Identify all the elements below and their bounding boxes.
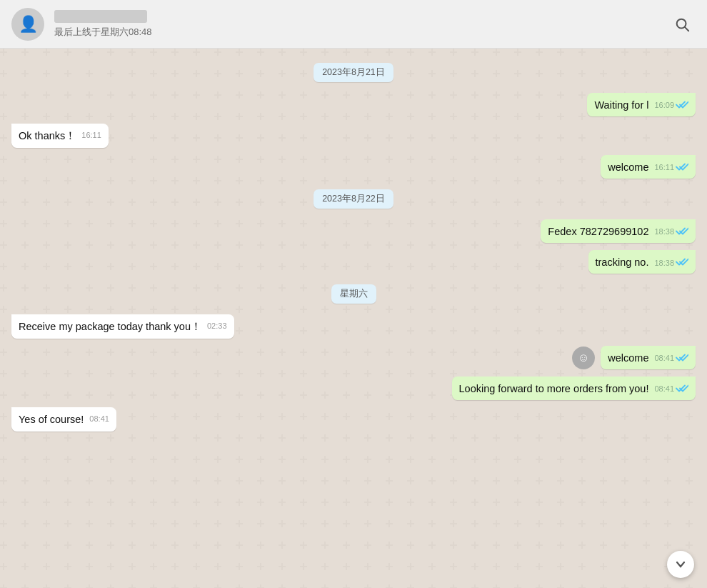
user-icon: 👤	[19, 15, 38, 34]
read-receipts	[676, 352, 688, 365]
message-time: 18:38	[654, 226, 674, 237]
read-receipts	[676, 383, 688, 396]
message-time: 08:41	[654, 353, 674, 364]
date-pill: 星期六	[331, 284, 376, 304]
message-text: Looking forward to more orders from you!	[459, 383, 649, 394]
message-row: Waiting for l16:09	[11, 93, 696, 116]
message-bubble: welcome16:11	[601, 155, 696, 179]
sender-avatar: ☺	[572, 347, 595, 369]
message-meta: 16:09	[654, 99, 688, 112]
message-time: 16:09	[654, 100, 674, 111]
message-time: 08:41	[89, 414, 109, 424]
message-bubble: welcome08:41	[601, 346, 696, 369]
contact-status: 最后上线于星期六08:48	[54, 26, 668, 39]
read-receipts	[676, 226, 688, 239]
message-time: 08:41	[654, 384, 674, 394]
message-row: Looking forward to more orders from you!…	[11, 377, 696, 400]
date-pill: 2023年8月22日	[314, 189, 393, 209]
message-text: Yes of course!	[19, 414, 84, 425]
message-text: Fedex 782729699102	[548, 226, 648, 237]
message-meta: 16:11	[81, 130, 101, 141]
message-bubble: Fedex 78272969910218:38	[541, 219, 696, 243]
message-bubble: Looking forward to more orders from you!…	[452, 377, 696, 400]
chat-area: 2023年8月21日Waiting for l16:09 Ok thanks！1…	[0, 49, 707, 588]
message-meta: 16:11	[654, 161, 688, 174]
read-receipts	[676, 99, 688, 112]
message-row: welcome16:11	[11, 155, 696, 179]
contact-info: 最后上线于星期六08:48	[54, 10, 668, 39]
message-meta: 18:38	[654, 256, 688, 269]
chat-header: 👤 最后上线于星期六08:48	[0, 0, 707, 49]
message-bubble: tracking no.18:38	[588, 250, 696, 274]
date-separator: 2023年8月21日	[11, 63, 696, 82]
message-row: Receive my package today thank you！02:33	[11, 314, 696, 338]
message-meta: 08:41	[654, 383, 688, 396]
message-text: Waiting for l	[594, 99, 648, 111]
message-row: ☺welcome08:41	[11, 346, 696, 369]
date-separator: 2023年8月22日	[11, 189, 696, 209]
message-meta: 08:41	[654, 352, 688, 365]
message-text: welcome	[608, 352, 648, 364]
message-time: 16:11	[654, 162, 674, 173]
read-receipts	[676, 161, 688, 174]
message-bubble: Ok thanks！16:11	[11, 124, 109, 147]
avatar[interactable]: 👤	[11, 8, 44, 41]
contact-name-blurred	[54, 10, 147, 23]
message-text: tracking no.	[596, 256, 649, 268]
message-bubble: Waiting for l16:09	[587, 93, 696, 116]
message-text: welcome	[608, 161, 648, 173]
message-time: 16:11	[81, 130, 101, 141]
message-row: Fedex 78272969910218:38	[11, 219, 696, 243]
date-pill: 2023年8月21日	[314, 63, 393, 82]
message-text: Ok thanks！	[19, 130, 76, 141]
message-bubble: Receive my package today thank you！02:33	[11, 314, 234, 338]
message-time: 18:38	[654, 258, 674, 269]
svg-line-1	[685, 27, 688, 31]
message-row: tracking no.18:38	[11, 250, 696, 274]
scroll-down-button[interactable]	[667, 551, 694, 578]
search-button[interactable]	[668, 11, 696, 38]
message-row: Yes of course!08:41	[11, 407, 696, 431]
message-text: Receive my package today thank you！	[19, 321, 201, 332]
message-time: 02:33	[207, 321, 227, 332]
read-receipts	[676, 256, 688, 269]
message-row: Ok thanks！16:11	[11, 124, 696, 147]
message-meta: 18:38	[654, 226, 688, 239]
message-bubble: Yes of course!08:41	[11, 407, 116, 431]
message-meta: 08:41	[89, 414, 109, 424]
message-meta: 02:33	[207, 321, 227, 332]
date-separator: 星期六	[11, 284, 696, 304]
